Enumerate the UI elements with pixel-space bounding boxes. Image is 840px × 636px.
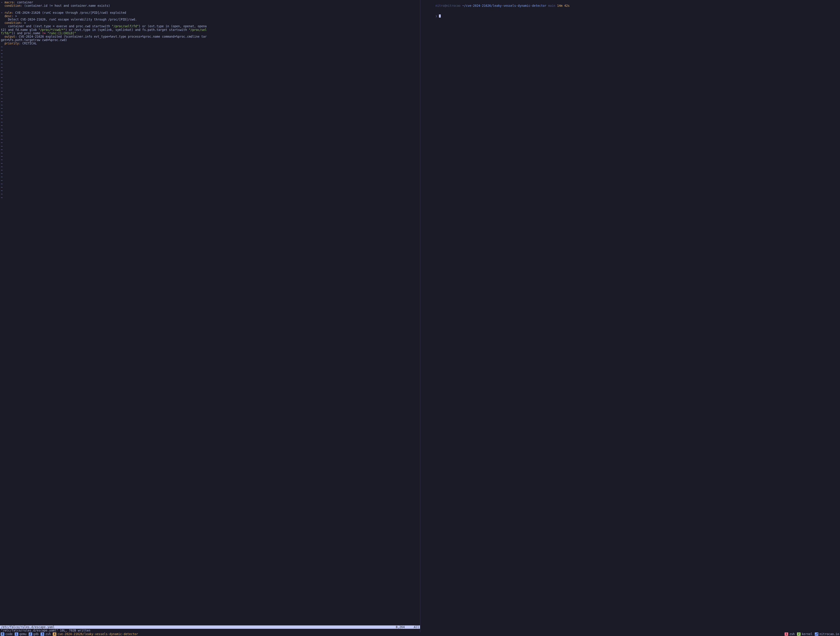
shell-path: ~/cve-2024-21626/leaky-vessels-dynamic-d… [463, 4, 546, 8]
terminal-screen: - macro: container condition: (container… [0, 0, 840, 636]
empty-line-tilde: ~ [1, 117, 419, 120]
empty-line-tilde: ~ [1, 52, 419, 55]
empty-line-tilde: ~ [1, 186, 419, 189]
status-badge[interactable]: ⎇ [815, 633, 818, 636]
code-line[interactable]: - macro: container [1, 1, 419, 4]
pane-container: - macro: container condition: (container… [0, 0, 840, 632]
vim-message-bar: "/etc/falco/rules.d/escape.yaml" 10L, 70… [0, 629, 420, 632]
empty-line-tilde: ~ [1, 100, 419, 103]
empty-line-tilde: ~ [1, 69, 419, 73]
empty-line-tilde: ~ [1, 138, 419, 141]
editor-pane[interactable]: - macro: container condition: (container… [0, 0, 420, 632]
empty-line-tilde: ~ [1, 90, 419, 93]
tmux-tab-num-2[interactable]: 2 [28, 633, 32, 636]
tmux-status-right: 1zsh2kernel⎇nitrocao.io [783, 633, 840, 636]
shell-duration: 14m 42s [557, 4, 570, 8]
empty-line-tilde: ~ [1, 134, 419, 138]
editor-content[interactable]: - macro: container condition: (container… [0, 0, 420, 625]
code-line[interactable]: container and ((evt.type = execve and pr… [1, 25, 419, 28]
empty-line-tilde: ~ [1, 83, 419, 86]
empty-line-tilde: ~ [1, 120, 419, 124]
tmux-status-bar: 0code1qemu2gdb3zsh4cve-2024-21626/leaky-… [0, 632, 840, 636]
empty-line-tilde: ~ [1, 66, 419, 69]
status-badge[interactable]: 1 [785, 633, 788, 636]
empty-line-tilde: ~ [1, 182, 419, 186]
status-badge[interactable]: 2 [797, 633, 801, 636]
status-position: 8,264 [396, 625, 405, 629]
shell-input-line[interactable]: ❯ [421, 11, 839, 21]
status-label: kernel [802, 633, 813, 636]
empty-line-tilde: ~ [1, 155, 419, 158]
empty-line-tilde: ~ [1, 45, 419, 49]
status-label: zsh [789, 633, 795, 636]
tmux-tabs: 0code1qemu2gdb3zsh4cve-2024-21626/leaky-… [0, 633, 139, 636]
tmux-tab-label-3[interactable]: zsh [45, 633, 51, 636]
empty-line-tilde: ~ [1, 107, 419, 110]
empty-line-tilde: ~ [1, 97, 419, 100]
status-label: nitrocao.io [819, 633, 839, 636]
code-line[interactable]: desc: > [1, 14, 419, 18]
empty-line-tilde: ~ [1, 169, 419, 172]
empty-line-tilde: ~ [1, 131, 419, 134]
tmux-tab-num-3[interactable]: 3 [41, 633, 44, 636]
tmux-tab-num-0[interactable]: 0 [1, 633, 4, 636]
empty-line-tilde: ~ [1, 55, 419, 59]
empty-line-tilde: ~ [1, 59, 419, 62]
tmux-tab-label-1[interactable]: qemu [19, 633, 27, 636]
empty-line-tilde: ~ [1, 62, 419, 66]
empty-line-tilde: ~ [1, 162, 419, 165]
empty-line-tilde: ~ [1, 145, 419, 148]
status-view: All [414, 625, 419, 629]
code-line[interactable]: - rule: CVE-2024-21626 (runC escape thro… [1, 11, 419, 14]
code-line[interactable] [1, 8, 419, 11]
empty-line-tilde: ~ [1, 158, 419, 161]
empty-line-tilde: ~ [1, 76, 419, 79]
shell-branch: main [548, 4, 556, 8]
empty-line-tilde: ~ [1, 114, 419, 117]
empty-line-tilde: ~ [1, 86, 419, 90]
empty-line-tilde: ~ [1, 128, 419, 131]
empty-line-tilde: ~ [1, 73, 419, 76]
code-line[interactable]: condition: > [1, 21, 419, 25]
code-line[interactable]: output: CVE-2024-21626 exploited (%conta… [1, 35, 419, 38]
code-line[interactable]: t2) and fd.name glob "/proc/*/cwd/*") or… [1, 28, 419, 32]
empty-line-tilde: ~ [1, 111, 419, 114]
empty-line-tilde: ~ [1, 49, 419, 52]
empty-line-tilde: ~ [1, 189, 419, 193]
empty-line-tilde: ~ [1, 196, 419, 199]
cursor [439, 14, 441, 17]
shell-user: nitro@nitrocao [436, 4, 461, 8]
empty-line-tilde: ~ [1, 124, 419, 127]
tmux-tab-num-4[interactable]: 4 [53, 633, 56, 636]
tmux-tab-label-4[interactable]: cve-2024-21626/leaky-vessels-dynamic-det… [57, 633, 138, 636]
code-line[interactable]: priority: CRITICAL [1, 42, 419, 45]
empty-line-tilde: ~ [1, 176, 419, 179]
empty-line-tilde: ~ [1, 103, 419, 107]
vim-message: "/etc/falco/rules.d/escape.yaml" 10L, 70… [1, 629, 90, 632]
empty-line-tilde: ~ [1, 193, 419, 196]
empty-line-tilde: ~ [1, 172, 419, 176]
shell-pane[interactable]: nitro@nitrocao ~/cve-2024-21626/leaky-ve… [420, 0, 840, 632]
status-filename: /etc/falco/rules.d/escape.yaml [1, 625, 55, 629]
code-line[interactable]: Detect CVE-2024-21626, runC escape vuler… [1, 18, 419, 21]
code-line[interactable]: get=%fs.path.targetraw cwd=%proc.cwd) [1, 38, 419, 42]
tmux-tab-num-1[interactable]: 1 [15, 633, 18, 636]
empty-line-tilde: ~ [1, 148, 419, 152]
shell-prompt-line: nitro@nitrocao ~/cve-2024-21626/leaky-ve… [421, 1, 839, 11]
empty-line-tilde: ~ [1, 93, 419, 97]
vim-status-bar: /etc/falco/rules.d/escape.yaml 8,264 All [0, 625, 420, 629]
code-line[interactable]: f/fd/")) and proc.name != "runc:[1:CHILD… [1, 32, 419, 35]
empty-line-tilde: ~ [1, 179, 419, 182]
empty-line-tilde: ~ [1, 152, 419, 155]
code-line[interactable]: condition: (container.id != host and con… [1, 4, 419, 8]
empty-line-tilde: ~ [1, 79, 419, 83]
tmux-tab-label-2[interactable]: gdb [33, 633, 39, 636]
tmux-tab-label-0[interactable]: code [5, 633, 13, 636]
empty-line-tilde: ~ [1, 141, 419, 144]
empty-line-tilde: ~ [1, 165, 419, 169]
